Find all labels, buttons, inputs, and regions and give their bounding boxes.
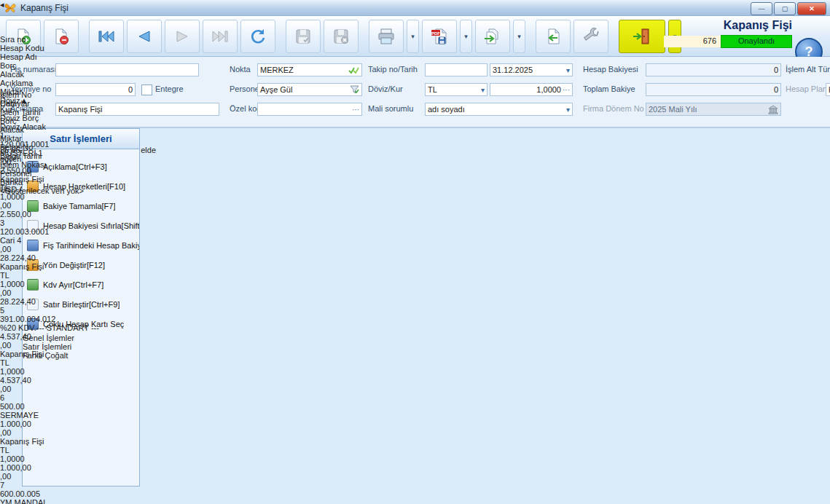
details-column-header[interactable]: Borc <box>0 117 84 125</box>
personel-label: Personel <box>230 84 261 93</box>
cell: Kapanış Fişi <box>0 437 99 446</box>
print-dropdown-button[interactable]: ▾ <box>407 20 419 53</box>
titlebar: Kapanış Fişi — ▢ ✕ <box>0 0 830 16</box>
mali-sorumlu-label: Mali sorumlu <box>368 104 413 113</box>
cell: Cari 4 <box>0 236 99 245</box>
grid-column-header[interactable]: Hesap Adı <box>0 52 99 61</box>
takip-no-input[interactable] <box>425 63 488 76</box>
hesap-plani-label: Hesap Planı <box>786 84 829 93</box>
cell: 6 <box>0 393 99 402</box>
cell: 600.00.005 <box>0 489 99 498</box>
details-grid-body: <Gösterilecek veri yok> <box>0 186 84 195</box>
details-column-header[interactable]: Banka <box>0 178 84 186</box>
toplam-bakiye-field: 0 <box>646 83 781 96</box>
status-badge: Onaylandı <box>721 35 792 48</box>
document-title: Kapanış Fişi <box>664 19 792 32</box>
refresh-button[interactable] <box>240 20 275 53</box>
grid-column-header[interactable]: Alacak <box>0 70 99 79</box>
table-row[interactable]: 5391.00.004.012%20 KDV.--- STANDART ---4… <box>0 306 99 393</box>
cell: %20 KDV.--- STANDART --- <box>0 323 99 332</box>
details-column-header[interactable]: Miktar <box>0 134 84 143</box>
cell: TL <box>0 446 99 454</box>
cell: 120.003.0001 <box>0 227 99 236</box>
nokta-label: Nokta <box>230 65 251 74</box>
table-row[interactable]: 3120.003.0001Cari 4,0028.224,40Kapanış F… <box>0 218 99 306</box>
maximize-button[interactable]: ▢ <box>774 2 796 15</box>
chevron-down-icon[interactable]: ▾ <box>566 66 570 74</box>
splitter-collapse-icon[interactable]: ◂ <box>0 0 4 9</box>
table-row[interactable]: 6500.00SERMAYE1.000,00,00Kapanış FişiTL1… <box>0 393 99 481</box>
details-column-header[interactable]: Personel <box>0 169 84 178</box>
copy-dropdown-button[interactable]: ▾ <box>513 20 525 53</box>
exit-button[interactable] <box>619 20 665 53</box>
nokta-input[interactable]: MERKEZ <box>257 63 362 76</box>
settings-button[interactable] <box>573 20 608 53</box>
takip-date-input[interactable]: 31.12.2025▾ <box>490 63 573 76</box>
doviz-select[interactable]: TL▾ <box>425 83 488 96</box>
close-button[interactable]: ✕ <box>797 2 826 15</box>
details-column-header[interactable]: Belge Tarihi <box>0 151 84 160</box>
save-button[interactable] <box>286 20 321 53</box>
refresh-icon <box>249 28 267 45</box>
cell: 4.537,40 <box>0 332 99 341</box>
chevron-down-icon[interactable]: ▾ <box>566 106 570 114</box>
cell: ,00 <box>0 341 99 350</box>
print-button[interactable] <box>369 20 404 53</box>
details-column-header[interactable]: Alacak <box>0 125 84 134</box>
mali-sorumlu-select[interactable]: adı soyadı▾ <box>425 103 573 116</box>
previous-record-button[interactable] <box>127 20 162 53</box>
exit-door-icon <box>633 28 651 45</box>
record-number: 676 <box>664 36 721 47</box>
entegre-label: Entegre <box>155 84 184 93</box>
personel-input[interactable]: Ayşe Gül <box>257 83 362 96</box>
cell: 1,0000 <box>0 367 99 376</box>
grid-column-header[interactable]: Açıklama <box>0 79 99 87</box>
ellipsis-icon[interactable]: ··· <box>352 106 359 114</box>
details-column-header[interactable]: Cari <box>0 99 84 108</box>
details-column-header[interactable]: İşlem Nokası <box>0 160 84 169</box>
pdf-dropdown-button[interactable]: ▾ <box>460 20 472 53</box>
import-button[interactable] <box>536 20 571 53</box>
cell: 2.550,00 <box>0 210 99 218</box>
cell: ,00 <box>0 385 99 393</box>
cell: 1.000,00 <box>0 420 99 428</box>
details-column-header[interactable]: İşlem No <box>0 90 84 99</box>
table-row[interactable]: 7600.00.005YM MANDAL22.687,00,00Kapanış … <box>0 481 99 504</box>
save-close-icon <box>332 28 350 45</box>
kur-input[interactable]: 1,0000··· <box>490 83 573 96</box>
details-column-header[interactable]: Belge No <box>0 143 84 151</box>
next-record-button[interactable] <box>165 20 200 53</box>
chevron-down-icon: ▾ <box>464 33 468 40</box>
islem-alt-turu-label: İşlem Alt Türü <box>786 65 830 74</box>
details-column-header[interactable]: İşlem Tarihi <box>0 108 84 117</box>
chevron-down-icon[interactable]: ▾ <box>481 86 485 94</box>
save-close-button[interactable] <box>324 20 359 53</box>
next-record-icon <box>174 30 190 43</box>
cell: ,00 <box>0 472 99 481</box>
grid-column-header[interactable]: Sıra no <box>0 35 99 44</box>
firma-donem-label: Firma Dönem No <box>583 104 644 113</box>
entegre-checkbox[interactable] <box>141 84 152 95</box>
ozel-kod-input[interactable]: ··· <box>257 103 362 116</box>
minimize-button[interactable]: — <box>751 2 772 15</box>
pdf-save-icon: PDF <box>430 28 449 45</box>
hesap-plani-input[interactable]: H <box>826 83 830 96</box>
chevron-down-icon: ▾ <box>517 33 521 40</box>
cell: TL <box>0 358 99 367</box>
empty-data-text: <Gösterilecek veri yok> <box>0 186 84 195</box>
copy-transfer-button[interactable] <box>475 20 510 53</box>
cell: ,00 <box>0 288 99 297</box>
last-record-icon <box>211 30 229 43</box>
pdf-export-button[interactable]: PDF <box>422 20 457 53</box>
cell: ,00 <box>0 245 99 253</box>
cell: 1,0000 <box>0 280 99 288</box>
grid-column-header[interactable]: Hesap Kodu <box>0 44 99 52</box>
last-record-button[interactable] <box>203 20 238 53</box>
hesap-bakiyesi-label: Hesap Bakiyesi <box>583 65 638 74</box>
personnel-picker-icon[interactable] <box>350 85 359 94</box>
ellipsis-icon[interactable]: ··· <box>563 86 570 94</box>
ozel-kod-label: Özel kod <box>230 104 261 113</box>
cell: 500.00 <box>0 402 99 411</box>
grid-column-header[interactable]: Borç <box>0 61 99 70</box>
cell: 4.537,40 <box>0 376 99 385</box>
